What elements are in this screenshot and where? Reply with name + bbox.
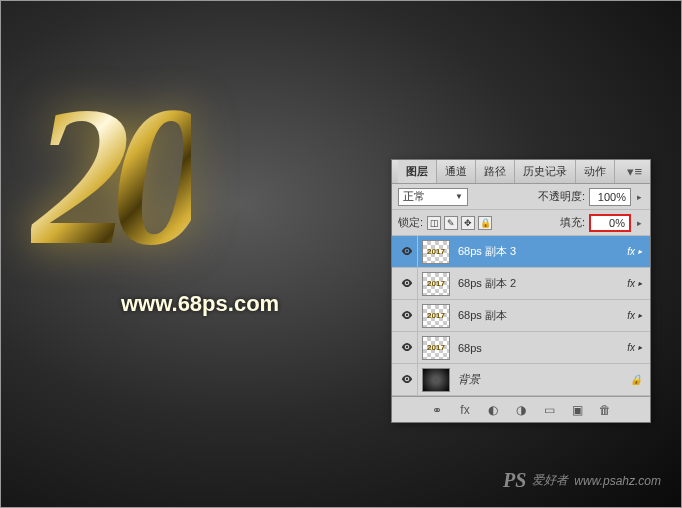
layer-row[interactable]: 2017 68ps 副本 3 fx▸ [392,236,650,268]
layer-thumbnail[interactable] [422,368,450,392]
lock-buttons: ◫ ✎ ✥ 🔒 [427,216,492,230]
layer-row[interactable]: 2017 68ps 副本 fx▸ [392,300,650,332]
layers-list: 2017 68ps 副本 3 fx▸ 2017 68ps 副本 2 fx▸ 20… [392,236,650,396]
eye-icon[interactable] [400,244,414,260]
layer-thumbnail[interactable]: 2017 [422,336,450,360]
fill-slider-icon[interactable]: ▸ [635,218,644,228]
new-group-icon[interactable]: ▭ [541,402,557,418]
ps-logo-icon: PS [503,469,526,492]
layer-name[interactable]: 68ps 副本 3 [454,244,623,259]
svg-point-2 [405,313,407,315]
layer-thumbnail[interactable]: 2017 [422,272,450,296]
lock-fill-row: 锁定: ◫ ✎ ✥ 🔒 填充: 0% ▸ [392,210,650,236]
svg-point-3 [405,345,407,347]
fill-value: 0% [609,217,625,229]
layer-thumbnail[interactable]: 2017 [422,304,450,328]
layer-name[interactable]: 68ps 副本 2 [454,276,623,291]
eye-icon[interactable] [400,340,414,356]
opacity-input[interactable]: 100% [589,188,631,206]
lock-position-icon[interactable]: ✥ [461,216,475,230]
lock-pixels-icon[interactable]: ✎ [444,216,458,230]
adjustment-layer-icon[interactable]: ◑ [513,402,529,418]
layer-fx[interactable]: fx▸ [627,278,646,289]
svg-point-0 [405,249,407,251]
chevron-right-icon: ▸ [638,279,642,288]
tab-layers[interactable]: 图层 [398,160,437,183]
chevron-right-icon: ▸ [638,247,642,256]
chevron-right-icon: ▸ [638,311,642,320]
watermark-sub-url: www.psahz.com [574,474,661,488]
layer-locked-icon: 🔒 [630,374,646,385]
layer-thumbnail[interactable]: 2017 [422,240,450,264]
watermark-sub: PS 爱好者 www.psahz.com [503,469,661,492]
layer-row[interactable]: 2017 68ps 副本 2 fx▸ [392,268,650,300]
fill-input[interactable]: 0% [589,214,631,232]
lock-transparency-icon[interactable]: ◫ [427,216,441,230]
blend-opacity-row: 正常 ▼ 不透明度: 100% ▸ [392,184,650,210]
layer-row[interactable]: 背景 🔒 [392,364,650,396]
opacity-value: 100% [598,191,626,203]
lock-label: 锁定: [398,215,423,230]
delete-layer-icon[interactable]: 🗑 [597,402,613,418]
new-layer-icon[interactable]: ▣ [569,402,585,418]
eye-icon[interactable] [400,372,414,388]
opacity-label: 不透明度: [538,189,585,204]
artwork-gold-text: 20 [31,61,191,290]
svg-point-1 [405,281,407,283]
tab-actions[interactable]: 动作 [576,160,615,183]
tab-paths[interactable]: 路径 [476,160,515,183]
layer-name[interactable]: 68ps [454,342,623,354]
layer-fx[interactable]: fx▸ [627,310,646,321]
layer-style-icon[interactable]: fx [457,402,473,418]
eye-icon[interactable] [400,276,414,292]
chevron-down-icon: ▼ [455,192,463,201]
layer-fx[interactable]: fx▸ [627,246,646,257]
layer-row[interactable]: 2017 68ps fx▸ [392,332,650,364]
layers-panel: 图层 通道 路径 历史记录 动作 ▾≡ 正常 ▼ 不透明度: 100% ▸ 锁定… [391,159,651,423]
tab-channels[interactable]: 通道 [437,160,476,183]
blend-mode-value: 正常 [403,189,425,204]
panel-tabs: 图层 通道 路径 历史记录 动作 ▾≡ [392,160,650,184]
layer-name[interactable]: 68ps 副本 [454,308,623,323]
tab-history[interactable]: 历史记录 [515,160,576,183]
chevron-right-icon: ▸ [638,343,642,352]
layer-mask-icon[interactable]: ◐ [485,402,501,418]
layer-name[interactable]: 背景 [454,372,626,387]
panel-bottom-toolbar: ⚭ fx ◐ ◑ ▭ ▣ 🗑 [392,396,650,422]
panel-menu-icon[interactable]: ▾≡ [619,164,650,179]
lock-all-icon[interactable]: 🔒 [478,216,492,230]
watermark-sub-label: 爱好者 [532,472,568,489]
eye-icon[interactable] [400,308,414,324]
layer-fx[interactable]: fx▸ [627,342,646,353]
link-layers-icon[interactable]: ⚭ [429,402,445,418]
watermark-main: www.68ps.com [121,291,279,317]
opacity-slider-icon[interactable]: ▸ [635,192,644,202]
svg-point-4 [405,377,407,379]
blend-mode-select[interactable]: 正常 ▼ [398,188,468,206]
fill-label: 填充: [560,215,585,230]
